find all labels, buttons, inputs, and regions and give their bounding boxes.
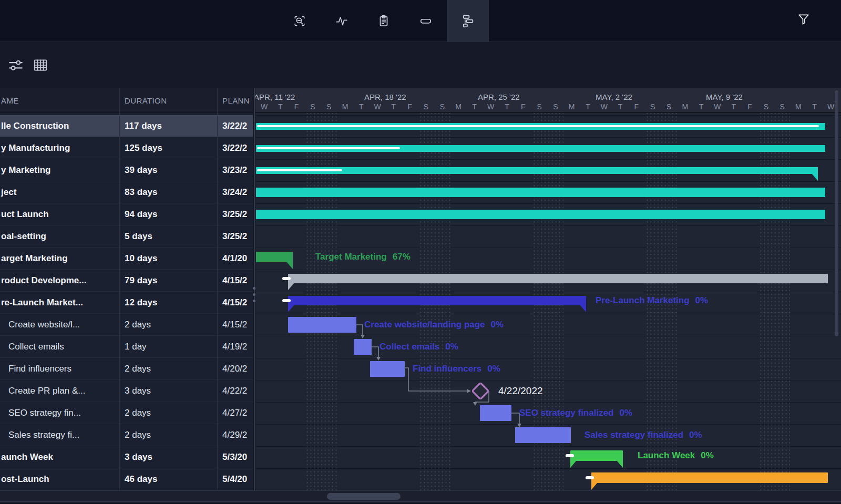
table-row[interactable]: Find influencers2 days4/20/2 xyxy=(0,358,253,380)
timeline-day-letter: M xyxy=(337,102,353,111)
gantt-bar[interactable] xyxy=(354,339,372,355)
task-duration-cell: 2 days xyxy=(125,424,151,446)
label-percent: 0% xyxy=(689,430,702,440)
label-percent: 0% xyxy=(695,295,709,305)
gantt-bar[interactable] xyxy=(256,252,293,262)
task-name-cell: lle Construction xyxy=(1,115,69,137)
progress-stripe xyxy=(257,125,819,127)
bar-drag-handle[interactable] xyxy=(282,299,291,302)
label-percent: 0% xyxy=(701,450,714,460)
label-text: Target Marketing xyxy=(315,252,387,262)
dependency-arrowhead xyxy=(473,402,477,406)
task-planned-cell: 5/3/20 xyxy=(222,446,247,468)
task-name-cell: oal-setting xyxy=(1,225,46,247)
gantt-bar[interactable] xyxy=(591,472,828,483)
timeline-day-letter: S xyxy=(644,102,661,111)
bar-drag-handle[interactable] xyxy=(282,277,291,280)
label-percent: 0% xyxy=(487,364,500,374)
table-row[interactable]: re-Launch Market...12 days4/15/2 xyxy=(0,292,253,314)
table-row[interactable]: Create PR plan &...3 days4/22/2 xyxy=(0,380,253,402)
task-planned-cell: 4/22/2 xyxy=(222,380,247,402)
dependency-connector xyxy=(356,325,363,335)
timeline-day-letter: M xyxy=(450,102,467,111)
gantt-bar[interactable] xyxy=(256,123,825,130)
gantt-icon xyxy=(460,14,475,28)
task-name-cell: SEO strategy fin... xyxy=(8,402,81,424)
gantt-bar[interactable] xyxy=(370,361,405,377)
table-row[interactable]: arget Marketing10 days4/1/20 xyxy=(0,248,253,270)
gantt-bar[interactable] xyxy=(570,450,623,461)
milestone-diamond[interactable] xyxy=(472,383,488,399)
gantt-bar[interactable] xyxy=(256,167,818,174)
table-row[interactable]: y Marketing39 days3/23/2 xyxy=(0,159,253,181)
table-row[interactable]: y Manufacturing125 days3/22/2 xyxy=(0,137,253,159)
tasks-view-tab[interactable] xyxy=(363,0,405,42)
bar-drag-handle[interactable] xyxy=(586,476,594,479)
table-row[interactable]: ject83 days3/24/2 xyxy=(0,181,253,203)
gantt-bar[interactable] xyxy=(256,188,825,197)
zoom-select-view-tab[interactable] xyxy=(279,0,321,42)
column-header-planned[interactable]: PLANN xyxy=(222,88,250,113)
timeline-day-letter: S xyxy=(758,102,774,111)
task-planned-cell: 3/24/2 xyxy=(222,181,247,203)
gantt-bar[interactable] xyxy=(288,296,586,305)
activity-view-tab[interactable] xyxy=(321,0,363,42)
horizontal-scrollbar[interactable] xyxy=(327,493,401,500)
table-row[interactable]: uct Launch94 days3/25/2 xyxy=(0,203,253,225)
view-settings-button[interactable] xyxy=(6,56,25,75)
column-header-name[interactable]: AME xyxy=(1,88,19,113)
timeline-day-letter: T xyxy=(499,102,515,111)
filter-button[interactable] xyxy=(795,11,813,28)
bar-start-notch xyxy=(570,460,577,468)
task-duration-cell: 117 days xyxy=(125,115,162,137)
table-row[interactable]: oal-setting5 days3/25/2 xyxy=(0,225,253,248)
table-row[interactable]: Create website/l...2 days4/15/2 xyxy=(0,314,253,336)
timeline-day-letter: W xyxy=(709,102,725,111)
timeline-day-letter: T xyxy=(580,102,596,111)
table-row[interactable]: roduct Developme...79 days4/15/2 xyxy=(0,270,253,292)
task-planned-cell: 3/22/2 xyxy=(222,137,247,159)
gantt-view-tab[interactable] xyxy=(447,0,489,42)
gantt-bar[interactable] xyxy=(256,145,825,152)
table-row[interactable]: SEO strategy fin...2 days4/27/2 xyxy=(0,402,253,424)
label-text: Pre-Launch Marketing xyxy=(596,295,690,305)
gantt-canvas: Target Marketing67%Pre-Launch Marketing0… xyxy=(255,88,841,490)
task-name-cell: re-Launch Market... xyxy=(1,292,83,313)
table-row[interactable]: aunch Week3 days5/3/20 xyxy=(0,446,253,468)
column-header-duration[interactable]: DURATION xyxy=(125,88,167,113)
table-row[interactable]: ost-Launch46 days5/4/20 xyxy=(0,468,253,490)
gantt-bar[interactable] xyxy=(288,274,828,283)
bar-view-view-tab[interactable] xyxy=(405,0,447,42)
task-duration-cell: 10 days xyxy=(125,248,157,269)
gantt-bar[interactable] xyxy=(288,317,356,333)
table-view-button[interactable] xyxy=(31,56,50,75)
progress-stripe xyxy=(257,169,342,171)
bar-end-notch xyxy=(812,173,818,181)
task-planned-cell: 4/29/2 xyxy=(222,424,247,446)
table-body: lle Construction117 days3/22/2y Manufact… xyxy=(0,115,253,490)
gantt-bar[interactable] xyxy=(515,427,571,443)
timeline-day-letter: F xyxy=(515,102,531,111)
gantt-bar[interactable] xyxy=(480,405,511,421)
task-planned-cell: 4/15/2 xyxy=(222,270,247,291)
timeline-day-letter: F xyxy=(628,102,644,111)
bar-drag-handle[interactable] xyxy=(566,454,574,457)
label-text: SEO strategy finalized xyxy=(519,408,614,418)
task-name-cell: ject xyxy=(1,181,16,203)
table-row[interactable]: lle Construction117 days3/22/2 xyxy=(0,115,253,137)
task-planned-cell: 3/25/2 xyxy=(222,203,247,225)
timeline-day-letter: F xyxy=(402,102,418,111)
timeline-day-letter: T xyxy=(725,102,742,111)
table-row[interactable]: Collect emails1 day4/19/2 xyxy=(0,336,253,358)
table-row[interactable]: Sales strategy fi...2 days4/29/2 xyxy=(0,424,253,446)
topbar xyxy=(0,0,841,42)
gantt-bar[interactable] xyxy=(256,210,825,219)
timeline-day-letter: T xyxy=(693,102,710,111)
vertical-scrollbar[interactable] xyxy=(835,90,838,336)
task-name-cell: uct Launch xyxy=(1,203,49,225)
dependency-arrowhead xyxy=(517,424,521,427)
table-header: AME DURATION PLANN xyxy=(0,88,253,113)
task-name-cell: roduct Developme... xyxy=(1,270,86,291)
label-percent: 0% xyxy=(491,320,504,330)
timeline-day-letter: T xyxy=(806,102,823,111)
